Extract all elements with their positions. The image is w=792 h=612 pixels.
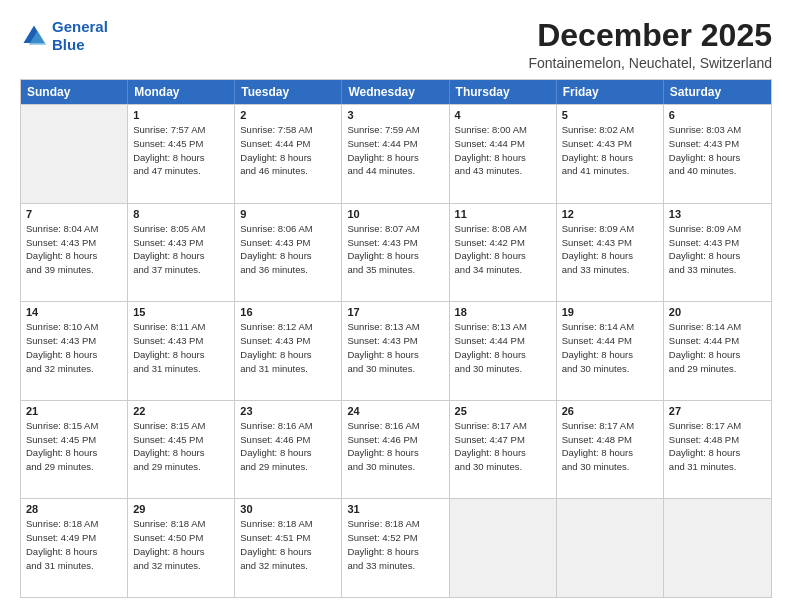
- day-number: 16: [240, 306, 336, 318]
- day-info: Sunrise: 8:10 AM Sunset: 4:43 PM Dayligh…: [26, 320, 122, 375]
- day-number: 25: [455, 405, 551, 417]
- cal-cell: 4Sunrise: 8:00 AM Sunset: 4:44 PM Daylig…: [450, 105, 557, 203]
- logo-text: General Blue: [52, 18, 108, 54]
- day-info: Sunrise: 8:07 AM Sunset: 4:43 PM Dayligh…: [347, 222, 443, 277]
- day-number: 14: [26, 306, 122, 318]
- cal-cell: 1Sunrise: 7:57 AM Sunset: 4:45 PM Daylig…: [128, 105, 235, 203]
- day-number: 8: [133, 208, 229, 220]
- cal-cell: 31Sunrise: 8:18 AM Sunset: 4:52 PM Dayli…: [342, 499, 449, 597]
- day-info: Sunrise: 8:00 AM Sunset: 4:44 PM Dayligh…: [455, 123, 551, 178]
- header-day-friday: Friday: [557, 80, 664, 104]
- cal-cell: 25Sunrise: 8:17 AM Sunset: 4:47 PM Dayli…: [450, 401, 557, 499]
- cal-cell: [557, 499, 664, 597]
- cal-cell: 6Sunrise: 8:03 AM Sunset: 4:43 PM Daylig…: [664, 105, 771, 203]
- day-number: 22: [133, 405, 229, 417]
- day-number: 28: [26, 503, 122, 515]
- day-info: Sunrise: 8:18 AM Sunset: 4:49 PM Dayligh…: [26, 517, 122, 572]
- calendar-body: 1Sunrise: 7:57 AM Sunset: 4:45 PM Daylig…: [21, 104, 771, 597]
- cal-cell: 21Sunrise: 8:15 AM Sunset: 4:45 PM Dayli…: [21, 401, 128, 499]
- logo-icon: [20, 22, 48, 50]
- day-info: Sunrise: 8:18 AM Sunset: 4:52 PM Dayligh…: [347, 517, 443, 572]
- title-block: December 2025 Fontainemelon, Neuchatel, …: [528, 18, 772, 71]
- day-number: 13: [669, 208, 766, 220]
- day-info: Sunrise: 8:09 AM Sunset: 4:43 PM Dayligh…: [669, 222, 766, 277]
- week-row-5: 28Sunrise: 8:18 AM Sunset: 4:49 PM Dayli…: [21, 498, 771, 597]
- cal-cell: [664, 499, 771, 597]
- day-info: Sunrise: 8:17 AM Sunset: 4:48 PM Dayligh…: [669, 419, 766, 474]
- day-info: Sunrise: 8:15 AM Sunset: 4:45 PM Dayligh…: [26, 419, 122, 474]
- header: General Blue December 2025 Fontainemelon…: [20, 18, 772, 71]
- day-number: 17: [347, 306, 443, 318]
- day-info: Sunrise: 8:14 AM Sunset: 4:44 PM Dayligh…: [562, 320, 658, 375]
- logo-line2: Blue: [52, 36, 85, 53]
- day-number: 27: [669, 405, 766, 417]
- day-info: Sunrise: 8:06 AM Sunset: 4:43 PM Dayligh…: [240, 222, 336, 277]
- cal-cell: 27Sunrise: 8:17 AM Sunset: 4:48 PM Dayli…: [664, 401, 771, 499]
- day-number: 7: [26, 208, 122, 220]
- day-number: 29: [133, 503, 229, 515]
- header-day-thursday: Thursday: [450, 80, 557, 104]
- cal-cell: 24Sunrise: 8:16 AM Sunset: 4:46 PM Dayli…: [342, 401, 449, 499]
- day-info: Sunrise: 8:15 AM Sunset: 4:45 PM Dayligh…: [133, 419, 229, 474]
- day-number: 19: [562, 306, 658, 318]
- day-number: 23: [240, 405, 336, 417]
- day-number: 15: [133, 306, 229, 318]
- day-info: Sunrise: 8:16 AM Sunset: 4:46 PM Dayligh…: [347, 419, 443, 474]
- day-info: Sunrise: 8:16 AM Sunset: 4:46 PM Dayligh…: [240, 419, 336, 474]
- calendar: SundayMondayTuesdayWednesdayThursdayFrid…: [20, 79, 772, 598]
- cal-cell: 8Sunrise: 8:05 AM Sunset: 4:43 PM Daylig…: [128, 204, 235, 302]
- logo: General Blue: [20, 18, 108, 54]
- day-info: Sunrise: 8:12 AM Sunset: 4:43 PM Dayligh…: [240, 320, 336, 375]
- day-number: 18: [455, 306, 551, 318]
- header-day-tuesday: Tuesday: [235, 80, 342, 104]
- day-info: Sunrise: 8:13 AM Sunset: 4:44 PM Dayligh…: [455, 320, 551, 375]
- day-info: Sunrise: 7:57 AM Sunset: 4:45 PM Dayligh…: [133, 123, 229, 178]
- day-info: Sunrise: 8:18 AM Sunset: 4:51 PM Dayligh…: [240, 517, 336, 572]
- cal-cell: 10Sunrise: 8:07 AM Sunset: 4:43 PM Dayli…: [342, 204, 449, 302]
- cal-cell: 2Sunrise: 7:58 AM Sunset: 4:44 PM Daylig…: [235, 105, 342, 203]
- day-info: Sunrise: 8:14 AM Sunset: 4:44 PM Dayligh…: [669, 320, 766, 375]
- cal-cell: 23Sunrise: 8:16 AM Sunset: 4:46 PM Dayli…: [235, 401, 342, 499]
- day-number: 26: [562, 405, 658, 417]
- cal-cell: [450, 499, 557, 597]
- cal-cell: 9Sunrise: 8:06 AM Sunset: 4:43 PM Daylig…: [235, 204, 342, 302]
- day-number: 30: [240, 503, 336, 515]
- cal-cell: 7Sunrise: 8:04 AM Sunset: 4:43 PM Daylig…: [21, 204, 128, 302]
- day-number: 4: [455, 109, 551, 121]
- location: Fontainemelon, Neuchatel, Switzerland: [528, 55, 772, 71]
- day-info: Sunrise: 8:03 AM Sunset: 4:43 PM Dayligh…: [669, 123, 766, 178]
- month-title: December 2025: [528, 18, 772, 53]
- day-number: 11: [455, 208, 551, 220]
- day-info: Sunrise: 8:17 AM Sunset: 4:48 PM Dayligh…: [562, 419, 658, 474]
- page: General Blue December 2025 Fontainemelon…: [0, 0, 792, 612]
- cal-cell: 22Sunrise: 8:15 AM Sunset: 4:45 PM Dayli…: [128, 401, 235, 499]
- day-info: Sunrise: 8:09 AM Sunset: 4:43 PM Dayligh…: [562, 222, 658, 277]
- calendar-header: SundayMondayTuesdayWednesdayThursdayFrid…: [21, 80, 771, 104]
- cal-cell: 11Sunrise: 8:08 AM Sunset: 4:42 PM Dayli…: [450, 204, 557, 302]
- day-info: Sunrise: 8:17 AM Sunset: 4:47 PM Dayligh…: [455, 419, 551, 474]
- day-info: Sunrise: 7:58 AM Sunset: 4:44 PM Dayligh…: [240, 123, 336, 178]
- cal-cell: 14Sunrise: 8:10 AM Sunset: 4:43 PM Dayli…: [21, 302, 128, 400]
- day-number: 10: [347, 208, 443, 220]
- week-row-4: 21Sunrise: 8:15 AM Sunset: 4:45 PM Dayli…: [21, 400, 771, 499]
- day-info: Sunrise: 8:08 AM Sunset: 4:42 PM Dayligh…: [455, 222, 551, 277]
- day-number: 31: [347, 503, 443, 515]
- day-number: 21: [26, 405, 122, 417]
- day-number: 1: [133, 109, 229, 121]
- day-info: Sunrise: 8:11 AM Sunset: 4:43 PM Dayligh…: [133, 320, 229, 375]
- cal-cell: 5Sunrise: 8:02 AM Sunset: 4:43 PM Daylig…: [557, 105, 664, 203]
- week-row-3: 14Sunrise: 8:10 AM Sunset: 4:43 PM Dayli…: [21, 301, 771, 400]
- cal-cell: 28Sunrise: 8:18 AM Sunset: 4:49 PM Dayli…: [21, 499, 128, 597]
- day-info: Sunrise: 8:05 AM Sunset: 4:43 PM Dayligh…: [133, 222, 229, 277]
- cal-cell: 20Sunrise: 8:14 AM Sunset: 4:44 PM Dayli…: [664, 302, 771, 400]
- cal-cell: 15Sunrise: 8:11 AM Sunset: 4:43 PM Dayli…: [128, 302, 235, 400]
- cal-cell: 13Sunrise: 8:09 AM Sunset: 4:43 PM Dayli…: [664, 204, 771, 302]
- cal-cell: 12Sunrise: 8:09 AM Sunset: 4:43 PM Dayli…: [557, 204, 664, 302]
- day-number: 6: [669, 109, 766, 121]
- header-day-sunday: Sunday: [21, 80, 128, 104]
- logo-line1: General: [52, 18, 108, 35]
- day-number: 5: [562, 109, 658, 121]
- cal-cell: 30Sunrise: 8:18 AM Sunset: 4:51 PM Dayli…: [235, 499, 342, 597]
- cal-cell: [21, 105, 128, 203]
- week-row-2: 7Sunrise: 8:04 AM Sunset: 4:43 PM Daylig…: [21, 203, 771, 302]
